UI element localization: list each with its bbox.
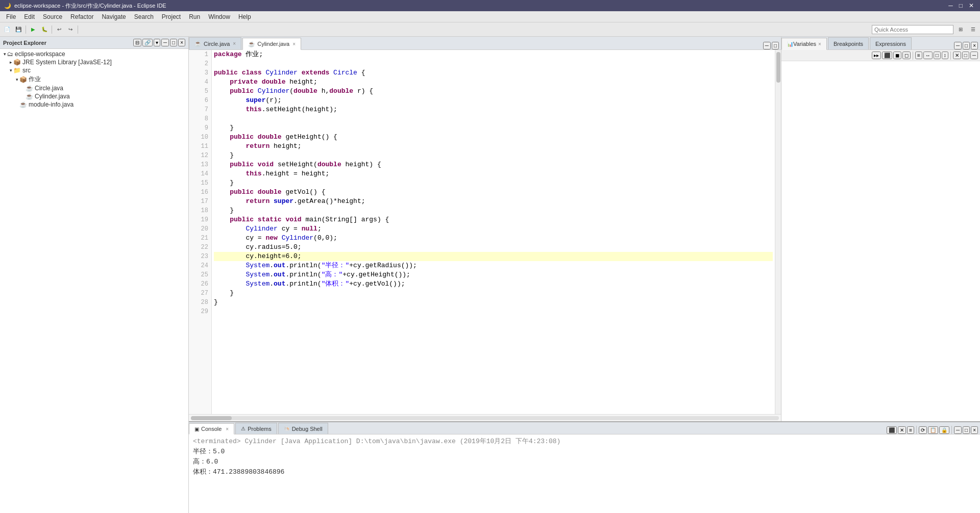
menu-run[interactable]: Run <box>185 12 204 21</box>
console-minimize-btn[interactable]: ─ <box>954 426 962 434</box>
editor-main: ☕ Circle.java × ☕ Cylinder.java × ─ □ <box>189 37 781 421</box>
code-line-12: } <box>214 151 773 160</box>
console-toolbar: ⬛ ✕ ≡ ⟳ 📋 🔒 ─ □ × <box>887 426 980 434</box>
maximize-panel-btn[interactable]: □ <box>170 39 177 46</box>
console-tool-4[interactable]: ⟳ <box>919 426 927 434</box>
save-button[interactable]: 💾 <box>13 24 23 35</box>
code-line-15: } <box>214 178 773 188</box>
console-tool-6[interactable]: 🔒 <box>939 426 949 434</box>
variables-close-btn[interactable]: × <box>971 42 978 49</box>
redo-button[interactable]: ↪ <box>65 24 76 35</box>
code-line-23: cy.height=6.0; <box>214 252 773 261</box>
code-container[interactable]: 1 2 3 4 5 6 7 8 9 10 11 12 13 14 <box>189 50 781 414</box>
editor-hscroll[interactable] <box>189 414 781 421</box>
variables-tool-7[interactable]: □ <box>934 52 941 59</box>
tab-console[interactable]: ▣ Console × <box>189 423 234 434</box>
maximize-button[interactable]: □ <box>957 2 965 9</box>
run-button[interactable]: ▶ <box>28 24 38 35</box>
variables-tool-8[interactable]: ↕ <box>942 52 948 59</box>
scrollbar-thumb[interactable] <box>776 52 780 83</box>
quick-access-input[interactable] <box>872 25 953 34</box>
title-bar: 🌙 eclipse-workspace - 作业/src/作业/Cylinder… <box>0 0 980 11</box>
console-close-btn[interactable]: × <box>971 426 978 434</box>
tree-item-zuoye[interactable]: ▾ 📦 作业 <box>0 74 188 84</box>
tab-variables[interactable]: 📊 Variables × <box>781 38 827 50</box>
code-line-13: public void setHeight(double height) { <box>214 160 773 169</box>
variables-tool-2[interactable]: ⬛ <box>882 52 892 59</box>
variables-tool-1[interactable]: ▸▸ <box>872 52 881 59</box>
minimize-panel-btn[interactable]: ─ <box>161 39 169 46</box>
console-tool-2[interactable]: ✕ <box>898 426 906 434</box>
tree-item-workspace[interactable]: ▾ 🗂 eclipse-workspace <box>0 50 188 58</box>
tab-cylinder-close[interactable]: × <box>292 41 296 47</box>
tab-breakpoints[interactable]: Breakpoints <box>828 37 869 49</box>
toolbar-perspective-btn[interactable]: ⊞ <box>955 24 966 35</box>
code-line-16: public double getVol() { <box>214 188 773 197</box>
ln-5: 5 <box>192 87 208 96</box>
editor-minimize-btn[interactable]: ─ <box>763 42 771 49</box>
collapse-all-btn[interactable]: ⊟ <box>133 39 141 46</box>
close-panel-btn[interactable]: × <box>178 39 185 46</box>
toolbar-view-btn[interactable]: ☰ <box>968 24 978 35</box>
ln-23: 23 <box>192 252 208 261</box>
undo-button[interactable]: ↩ <box>54 24 64 35</box>
jre-label: JRE System Library [JavaSE-12] <box>22 59 112 66</box>
tree-item-circle[interactable]: ☕ Circle.java <box>0 84 188 92</box>
tab-variables-close[interactable]: × <box>818 41 821 47</box>
menu-refactor[interactable]: Refactor <box>66 12 97 21</box>
workspace-arrow: ▾ <box>2 52 7 57</box>
tab-expressions[interactable]: Expressions <box>870 37 912 49</box>
tab-circle[interactable]: ☕ Circle.java × <box>189 37 241 49</box>
tab-debug-shell[interactable]: 🐚 Debug Shell <box>278 423 328 434</box>
tab-circle-close[interactable]: × <box>233 41 236 46</box>
ln-12: 12 <box>192 151 208 160</box>
variables-maximize-btn[interactable]: □ <box>963 42 970 49</box>
code-line-29 <box>214 307 773 316</box>
tree-item-jre[interactable]: ▸ 📦 JRE System Library [JavaSE-12] <box>0 58 188 66</box>
title-bar-controls[interactable]: ─ □ ✕ <box>946 2 976 9</box>
variables-tool-10[interactable]: □ <box>962 52 969 59</box>
close-button[interactable]: ✕ <box>967 2 976 9</box>
menu-window[interactable]: Window <box>204 12 234 21</box>
new-button[interactable]: 📄 <box>2 24 12 35</box>
code-line-26: System.out.println("体积："+cy.getVol()); <box>214 279 773 289</box>
tree-item-module[interactable]: ☕ module-info.java <box>0 100 188 109</box>
editor-maximize-btn[interactable]: □ <box>772 42 779 49</box>
tab-problems[interactable]: ⚠ Problems <box>235 423 277 434</box>
tab-cylinder[interactable]: ☕ Cylinder.java × <box>242 38 301 50</box>
variables-tool-9[interactable]: ✕ <box>953 52 961 59</box>
console-tool-5[interactable]: 📋 <box>928 426 938 434</box>
tab-breakpoints-label: Breakpoints <box>834 41 863 47</box>
console-tool-1[interactable]: ⬛ <box>887 426 897 434</box>
variables-tool-6[interactable]: ↔ <box>923 52 933 59</box>
variables-tool-3[interactable]: ◼ <box>893 52 901 59</box>
zuoye-label: 作业 <box>29 75 41 84</box>
debug-button[interactable]: 🐛 <box>39 24 50 35</box>
variables-tool-11[interactable]: ─ <box>970 52 978 59</box>
scrollbar-track[interactable] <box>775 50 781 414</box>
view-menu-btn[interactable]: ▾ <box>154 39 160 46</box>
console-tool-3[interactable]: ≡ <box>907 426 914 434</box>
tab-console-close[interactable]: × <box>226 426 229 432</box>
variables-minimize-btn[interactable]: ─ <box>954 42 962 49</box>
menu-edit[interactable]: Edit <box>20 12 39 21</box>
tree-item-cylinder[interactable]: ☕ Cylinder.java <box>0 92 188 100</box>
menu-source[interactable]: Source <box>39 12 66 21</box>
menu-search[interactable]: Search <box>130 12 158 21</box>
editor-scrollbar[interactable] <box>775 50 781 414</box>
file-tree: ▾ 🗂 eclipse-workspace ▸ 📦 JRE System Lib… <box>0 49 188 513</box>
variables-tool-4[interactable]: ◻ <box>902 52 911 59</box>
menu-file[interactable]: File <box>2 12 20 21</box>
variables-tool-5[interactable]: ≡ <box>915 52 922 59</box>
console-maximize-btn[interactable]: □ <box>963 426 970 434</box>
code-area[interactable]: package 作业; public class Cylinder extend… <box>212 50 775 414</box>
menu-project[interactable]: Project <box>158 12 185 21</box>
menu-help[interactable]: Help <box>234 12 255 21</box>
minimize-button[interactable]: ─ <box>946 2 955 9</box>
code-line-2 <box>214 59 773 68</box>
menu-navigate[interactable]: Navigate <box>97 12 130 21</box>
code-line-10: public double getHeight() { <box>214 133 773 142</box>
ln-7: 7 <box>192 105 208 114</box>
link-with-editor-btn[interactable]: 🔗 <box>142 39 153 46</box>
tree-item-src[interactable]: ▾ 📁 src <box>0 66 188 74</box>
